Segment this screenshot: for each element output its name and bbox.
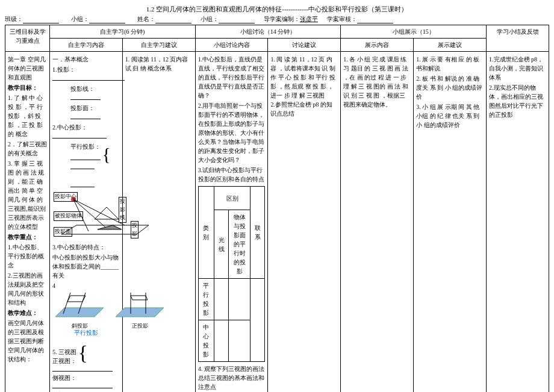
item4: 4: [52, 281, 120, 290]
suggest1: 1. 阅读第 11，12 页内容 试 归 纳 概念体系: [125, 55, 193, 73]
th-light: 光线: [214, 210, 228, 279]
selfstudy-suggest-header: 自主学习建议: [122, 39, 195, 52]
show-header: 小组展示（15）: [341, 25, 487, 39]
group-label: 小组：: [71, 15, 89, 23]
show-content-header: 展示内容: [341, 39, 414, 52]
summary-header: 学习小结及反馈: [487, 25, 549, 52]
objectives-header: 三维目标及学习重难点: [5, 25, 50, 52]
goal3: 3. 掌 握 三 视图 的 画 法 规则 ，能 正 确 画出 简 单 空 间几 …: [8, 159, 47, 231]
page-title: 1.2 空间几何体的三视图和直观图几何体的特征------------中心投影和…: [5, 5, 549, 14]
objectives-cell: 第一章 空间几何体的三视图和直观图 教学目标： 1. 了 解 中 心投 影 ，平…: [5, 52, 50, 393]
class-blank: [23, 17, 59, 23]
summary-cell: 1.完成世纪金榜 p8，自我小测，完善知识体系 2.现实总不同的物体，画出相应的…: [487, 52, 549, 393]
ortho-label: 正投影: [113, 322, 167, 331]
item1: 1.投影：: [52, 66, 75, 73]
discuss-header: 小组讨论（14 分钟）: [195, 25, 341, 39]
group-blank: [89, 17, 125, 23]
view-front: 正视图：: [52, 358, 76, 364]
cell: [214, 279, 228, 320]
show-s1: 1. 展 示 要 有相 应 的 板 书和解说: [416, 55, 484, 73]
diagram-object-label: 被投影物体: [54, 211, 83, 221]
th-type: 类别: [198, 187, 214, 279]
hard-title: 教学难点：: [8, 310, 38, 316]
diagram-shadow-label: 投影: [131, 221, 138, 238]
blank: [52, 388, 113, 388]
cell: [214, 320, 228, 362]
hard-text: 画空间几何体的三视图及根据三视图判断空间几何体的状结构：: [8, 319, 47, 364]
discuss-suggest-cell: 1. 阅 读 第 11，12 页 内 容 ，试着将课本知 识 制 作 平 心 投…: [268, 52, 341, 393]
discuss-content-cell: 1.中心投影后，直线仍是直线，平行线变成了相交的直线，平行投影后平行直线仍是平行…: [195, 52, 268, 393]
main-layout-table: 三维目标及学习重难点 自主学习(6 分钟) 小组讨论（14 分钟） 小组展示（1…: [5, 25, 549, 392]
cell: [229, 320, 251, 362]
review-blank: [357, 17, 393, 23]
d1: 1.中心投影后，直线仍是直线，平行线变成了相交的直线，平行投影后平行直线仍是平行…: [198, 55, 266, 100]
d3: 3.试归纳中心投影与平行投影的区别和各自的特点: [198, 166, 266, 184]
cell: [251, 279, 265, 362]
blank: [70, 160, 101, 160]
blank: [52, 80, 125, 81]
view-side: 侧视图：: [52, 375, 76, 381]
focus-title: 教学重点：: [8, 234, 38, 240]
focus1: 1.中心投影、平行投影的概念: [8, 243, 47, 270]
blank: [70, 99, 101, 100]
discuss-suggest-text: 1. 阅 读 第 11，12 页 内 容 ，试着将课本知 识 制 作 平 心 投…: [270, 55, 338, 118]
show-s2: 2. 板 书 和 解说 的 准 确 度关 系 到 小 组的成绩评价: [416, 74, 484, 101]
th-link: 联系: [251, 187, 265, 279]
sec1: 一．基本概念: [52, 55, 120, 64]
name-label: 姓名：: [137, 15, 155, 23]
show-s3: 3. 小 组 展 示期 间 其 他 小组 的 纪 律 也关 系 到 小 组的成绩…: [416, 102, 484, 129]
svg-marker-6: [98, 225, 122, 229]
show-suggest-cell: 1. 展 示 要 有相 应 的 板 书和解说 2. 板 书 和 解说 的 准 确…: [414, 52, 487, 393]
item2: 2.中心投影：: [52, 124, 87, 131]
svg-marker-14: [131, 296, 148, 300]
item2a: 平行投影：: [70, 143, 101, 150]
editor-label: 导学案编制：: [264, 15, 300, 23]
goal1: 1. 了 解 中 心投 影 ，平 行 投影 ，斜 投 影 ，正 投 影 的 概念: [8, 93, 47, 138]
th-relation: 物体与投影面的平行时的投影: [229, 210, 251, 279]
svg-marker-11: [116, 308, 164, 317]
discuss-suggest-header: 讨论建议: [268, 39, 341, 52]
blank: [70, 187, 95, 187]
svg-marker-10: [67, 296, 86, 302]
show-content-text: 1. 各 小 组 完 成 课后 练 习 题目 的 三 视 图 画 法 ，在 画 …: [343, 55, 411, 109]
projection-diagram: 投影中心 投影线 被投影物体 投影面 投影: [52, 192, 120, 240]
row-center: 中心投影: [198, 320, 214, 362]
review-label: 学案审核：: [327, 15, 357, 23]
projection-figures: 斜投影 正投影: [52, 293, 120, 326]
selfstudy-header: 自主学习(6 分钟): [50, 25, 196, 39]
editor-name: 张彦平: [300, 15, 318, 23]
blank: [52, 138, 107, 138]
goal-title: 教学目标：: [8, 84, 38, 91]
oblique-figure: 斜投影: [52, 293, 107, 326]
compare-table: 类别 区别 联系 光线 物体与投影面的平行时的投影 平行投影 中心投影: [198, 186, 266, 362]
selfstudy-content-cell: 一．基本概念 1.投影： 投影线： 投影面： 2.中心投影： 平行投影： {: [50, 52, 123, 393]
item1b: 投影面：: [70, 105, 95, 111]
show-suggest-header: 展示建议: [414, 39, 487, 52]
diagram-center-label: 投影中心: [54, 192, 78, 202]
diagram-line-label: 投影线: [119, 197, 126, 223]
item3: 3.中心投影的特点：: [52, 243, 120, 252]
row-parallel: 平行投影: [198, 279, 214, 320]
d2: 2.用手电筒照射一个与投影面平行的不透明物体，在投影面上形成的影子与原物体的形状…: [198, 101, 266, 164]
item1a: 投影线：: [70, 86, 95, 92]
meta-line: 班级： 小组： 姓名： 小组： 导学案编制：张彦平 学案审核：: [5, 15, 549, 23]
discuss-content-header: 小组讨论内容: [195, 39, 268, 52]
svg-marker-7: [55, 308, 104, 317]
blank: [52, 371, 113, 372]
svg-marker-4: [95, 207, 119, 219]
sub-blank: [219, 17, 255, 23]
th-diff: 区别: [214, 187, 250, 210]
d4: 4. 观察下列三视图的画法总结三视图的基本画法和注意点: [198, 364, 266, 391]
chapter: 第一章 空间几何体的三视图和直观图: [8, 55, 47, 82]
cell: [229, 279, 251, 320]
goal2: 2．了解三视图的有关概念: [8, 140, 47, 158]
name-blank: [155, 17, 191, 23]
show-content-cell: 1. 各 小 组 完 成 课后 练 习 题目 的 三 视 图 画 法 ，在 画 …: [341, 52, 414, 393]
focus2: 2.三视图的画法规则及把空间几何的形状和结构: [8, 271, 47, 307]
blank: [70, 119, 101, 119]
ortho-figure: 正投影: [113, 293, 167, 326]
sub-label: 小组：: [201, 15, 219, 23]
item3-text: 中心投影的投影大小与物体和投影面之间的______有关: [52, 253, 120, 280]
summary-s2: 2.现实总不同的物体，画出相应的三视图然后对比平行光下的正投影: [489, 83, 546, 119]
blank: [70, 169, 95, 169]
